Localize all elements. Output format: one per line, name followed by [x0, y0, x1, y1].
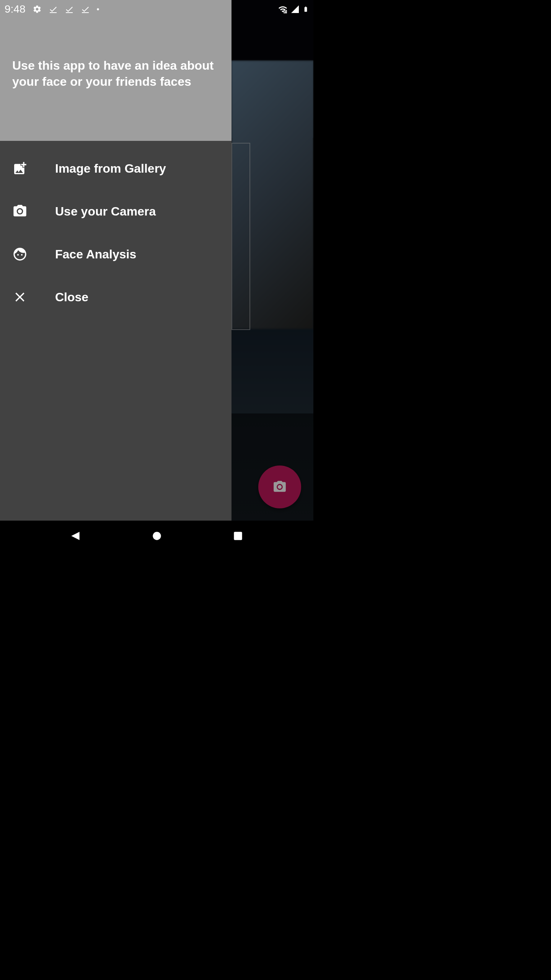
status-clock: 9:48	[5, 3, 26, 15]
camera-icon	[272, 480, 287, 494]
menu-item-gallery[interactable]: Image from Gallery	[0, 147, 231, 190]
battery-icon	[303, 5, 309, 14]
recents-button[interactable]	[232, 530, 244, 542]
menu-label: Use your Camera	[55, 204, 156, 219]
status-bar: 9:48 •	[0, 0, 313, 18]
svg-rect-2	[82, 12, 89, 13]
menu-item-face-analysis[interactable]: Face Analysis	[0, 233, 231, 276]
home-button[interactable]	[151, 530, 163, 542]
camera-icon	[12, 204, 28, 219]
drawer-header-text: Use this app to have an idea about your …	[12, 58, 219, 90]
check-icon	[81, 5, 90, 14]
overflow-dot: •	[97, 5, 99, 14]
navigation-bar	[0, 521, 313, 551]
signal-icon	[290, 5, 300, 14]
status-bar-left: 9:48 •	[5, 3, 99, 15]
menu-item-camera[interactable]: Use your Camera	[0, 190, 231, 233]
menu-item-close[interactable]: Close	[0, 276, 231, 318]
settings-icon	[33, 5, 42, 14]
drawer-header: Use this app to have an idea about your …	[0, 0, 231, 141]
check-icon	[65, 5, 74, 14]
back-button[interactable]	[69, 530, 82, 542]
svg-rect-1	[66, 12, 73, 13]
svg-rect-0	[50, 12, 57, 13]
check-icon	[49, 5, 58, 14]
menu-label: Close	[55, 290, 88, 304]
navigation-drawer: Use this app to have an idea about your …	[0, 0, 231, 521]
camera-fab[interactable]	[258, 466, 301, 508]
status-bar-right	[278, 5, 309, 14]
menu-label: Image from Gallery	[55, 162, 166, 176]
drawer-menu: Image from Gallery Use your Camera Face …	[0, 141, 231, 318]
menu-label: Face Analysis	[55, 247, 136, 261]
svg-point-4	[153, 532, 161, 540]
gallery-add-icon	[12, 161, 28, 176]
close-icon	[12, 289, 28, 305]
svg-rect-5	[234, 532, 242, 540]
wifi-icon	[278, 5, 287, 14]
face-icon	[12, 247, 28, 262]
